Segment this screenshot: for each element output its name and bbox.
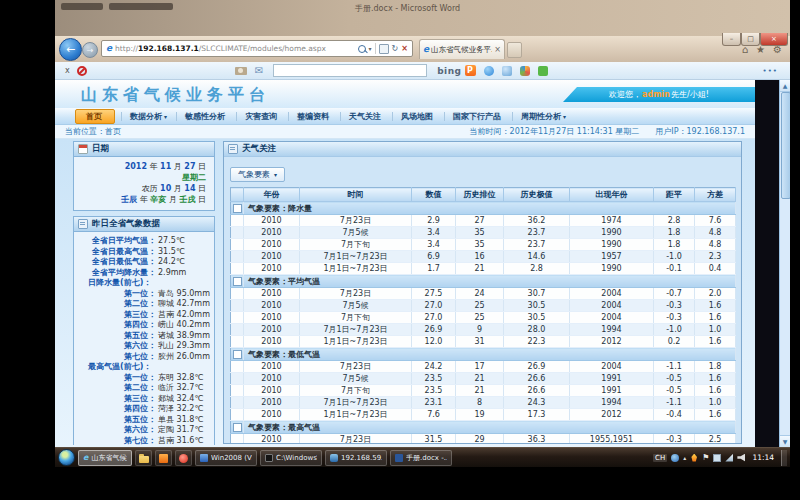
- table-cell: -1.1: [654, 361, 695, 373]
- taskbar-clock[interactable]: 11:14: [752, 453, 774, 462]
- page-scrollbar[interactable]: ▲ ▼: [779, 80, 790, 447]
- home-icon[interactable]: ⌂: [742, 45, 748, 55]
- media-player-icon[interactable]: [175, 450, 192, 466]
- taskbar-active-window[interactable]: e 山东省气候业务平台: [78, 450, 132, 466]
- table-row[interactable]: 20107月5候3.43523.719901.84.8: [231, 227, 736, 239]
- column-header[interactable]: 出现年份: [570, 188, 654, 202]
- stop-icon[interactable]: ×: [401, 44, 408, 53]
- app-icon-orange[interactable]: [155, 450, 172, 466]
- network-icon[interactable]: [725, 454, 733, 462]
- new-tab-button[interactable]: [507, 42, 522, 58]
- username: admin: [642, 90, 670, 99]
- table-cell: 1月1日~7月23日: [300, 409, 412, 421]
- security-icon[interactable]: [690, 454, 698, 462]
- column-header[interactable]: 时间: [300, 188, 412, 202]
- table-row[interactable]: 20107月23日2.92736.219742.87.6: [231, 215, 736, 227]
- compatibility-view-icon[interactable]: [379, 44, 389, 54]
- section-checkbox[interactable]: [233, 204, 242, 213]
- section-checkbox[interactable]: [233, 350, 242, 359]
- nav-item[interactable]: 首页: [75, 109, 115, 124]
- toolbar-search-input[interactable]: [273, 64, 427, 77]
- address-bar[interactable]: e http://192.168.137.1/SLCCLIMATE/module…: [101, 40, 413, 57]
- plugin-icon[interactable]: [538, 66, 548, 76]
- show-desktop-button[interactable]: [781, 450, 787, 466]
- pet-icon[interactable]: [520, 66, 530, 76]
- section-header-row[interactable]: 气象要素：平均气温: [231, 275, 736, 288]
- column-header[interactable]: 方差: [695, 188, 736, 202]
- start-button[interactable]: [58, 449, 75, 466]
- p-badge-icon[interactable]: P: [465, 65, 476, 76]
- nav-item[interactable]: 国家下行产品: [444, 109, 512, 124]
- section-header-row[interactable]: 气象要素：最高气温: [231, 421, 736, 434]
- table-row[interactable]: 20101月1日~7月23日7.61917.32012-0.41.6: [231, 409, 736, 421]
- back-button[interactable]: ←: [59, 38, 82, 61]
- table-row[interactable]: 20107月1日~7月23日26.9928.01994-1.01.0: [231, 324, 736, 336]
- hidden-icons-arrow[interactable]: ▴: [683, 455, 686, 461]
- search-icon[interactable]: [358, 45, 366, 53]
- scrollbar-thumb[interactable]: [781, 92, 790, 199]
- taskbar-window-button[interactable]: 192.168.59.99...: [325, 450, 387, 466]
- column-header[interactable]: 距平: [654, 188, 695, 202]
- table-row[interactable]: 20107月5候23.52126.61991-0.51.6: [231, 373, 736, 385]
- maximize-button[interactable]: □: [741, 33, 760, 46]
- element-filter-button[interactable]: 气象要素 ▾: [230, 167, 285, 182]
- section-checkbox[interactable]: [233, 277, 242, 286]
- table-row[interactable]: 20101月1日~7月23日12.03122.320120.21.6: [231, 336, 736, 348]
- url-text[interactable]: http://192.168.137.1/SLCCLIMATE/modules/…: [115, 44, 357, 53]
- section-header-row[interactable]: 气象要素：降水量: [231, 202, 736, 215]
- favorites-star-icon[interactable]: ★: [756, 45, 765, 55]
- browser-tab[interactable]: e 山东省气候业务平... ×: [419, 39, 505, 59]
- taskbar-window-button[interactable]: Win2008 (VS2...: [195, 450, 257, 466]
- toolbar-close-button[interactable]: x: [65, 66, 70, 75]
- volume-icon[interactable]: [737, 454, 745, 462]
- display-icon[interactable]: [713, 454, 721, 462]
- camera-icon[interactable]: [235, 67, 247, 75]
- language-indicator[interactable]: CH: [653, 454, 667, 462]
- table-row[interactable]: 20101月1日~7月23日1.7212.81990-0.10.4: [231, 263, 736, 275]
- column-header[interactable]: 历史排位: [456, 188, 504, 202]
- explorer-icon[interactable]: [135, 450, 152, 466]
- settings-gear-icon[interactable]: ⚙: [773, 45, 782, 55]
- table-row[interactable]: 20107月1日~7月23日23.1824.31994-1.11.0: [231, 397, 736, 409]
- table-row[interactable]: 20107月23日31.52936.31955,1951-0.32.5: [231, 434, 736, 445]
- taskbar-window-button[interactable]: 手册.docx -...: [390, 450, 452, 466]
- table-row[interactable]: 20107月1日~7月23日6.91614.61957-1.02.3: [231, 251, 736, 263]
- nav-item[interactable]: 数据分析▾: [121, 109, 176, 124]
- search-dropdown-icon[interactable]: ▾: [369, 45, 372, 52]
- scroll-up-arrow[interactable]: ▲: [780, 80, 790, 92]
- nav-item[interactable]: 天气关注: [340, 109, 392, 124]
- taskbar-window-button[interactable]: C:\Windows\s...: [260, 450, 322, 466]
- network-globe-icon[interactable]: [671, 454, 679, 462]
- column-header[interactable]: 历史极值: [504, 188, 570, 202]
- date-segment: 日: [195, 184, 206, 193]
- close-button[interactable]: ×: [760, 33, 788, 46]
- column-header[interactable]: 年份: [244, 188, 300, 202]
- table-row[interactable]: 20107月23日27.52430.72004-0.72.0: [231, 288, 736, 300]
- contacts-icon[interactable]: [502, 66, 512, 76]
- nav-item[interactable]: 敏感性分析: [176, 109, 236, 124]
- overflow-icon[interactable]: •••: [763, 67, 778, 75]
- refresh-icon[interactable]: ↻: [392, 44, 399, 53]
- tab-close-icon[interactable]: ×: [494, 45, 501, 54]
- table-row[interactable]: 20107月下旬27.02530.52004-0.31.6: [231, 312, 736, 324]
- forward-button[interactable]: →: [82, 42, 98, 58]
- nav-item[interactable]: 整编资料: [288, 109, 340, 124]
- table-row[interactable]: 20107月下旬23.52126.61991-0.51.6: [231, 385, 736, 397]
- nav-item[interactable]: 风场地图: [392, 109, 444, 124]
- minimize-button[interactable]: –: [722, 33, 741, 46]
- section-checkbox[interactable]: [233, 423, 242, 432]
- table-row[interactable]: 20107月23日24.21726.92004-1.11.8: [231, 361, 736, 373]
- action-center-flag-icon[interactable]: ⚑: [702, 454, 709, 462]
- table-row[interactable]: 20107月5候27.02530.52004-0.31.6: [231, 300, 736, 312]
- scroll-down-arrow[interactable]: ▼: [780, 435, 790, 447]
- column-header[interactable]: 数值: [412, 188, 456, 202]
- table-row[interactable]: 20107月下旬3.43523.719901.84.8: [231, 239, 736, 251]
- messenger-icon[interactable]: [484, 66, 494, 76]
- nav-item[interactable]: 周期性分析▾: [512, 109, 575, 124]
- table-cell: -0.3: [654, 300, 695, 312]
- table-cell: 2004: [570, 300, 654, 312]
- nav-item[interactable]: 灾害查询: [236, 109, 288, 124]
- mail-icon[interactable]: ✉: [255, 66, 263, 76]
- section-header-row[interactable]: 气象要素：最低气温: [231, 348, 736, 361]
- date-segment: 日: [195, 162, 206, 171]
